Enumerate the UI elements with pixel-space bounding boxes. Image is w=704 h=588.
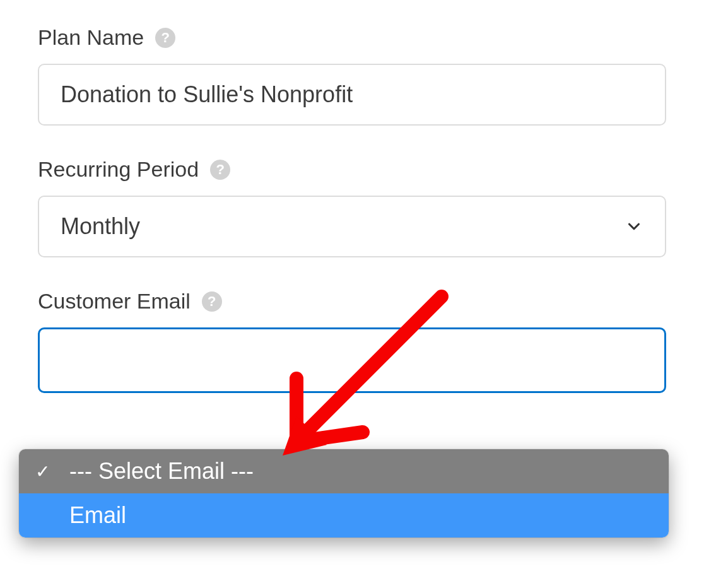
plan-name-input[interactable] xyxy=(38,64,666,126)
dropdown-option-label: Email xyxy=(69,502,126,529)
help-icon[interactable]: ? xyxy=(155,28,175,48)
customer-email-label: Customer Email xyxy=(38,289,191,314)
plan-name-label: Plan Name xyxy=(38,25,144,50)
customer-email-group: Customer Email ? xyxy=(38,289,666,393)
recurring-period-value: Monthly xyxy=(61,213,140,240)
plan-name-group: Plan Name ? xyxy=(38,25,666,126)
recurring-period-select[interactable]: Monthly xyxy=(38,196,666,257)
dropdown-option-select-email[interactable]: ✓ --- Select Email --- xyxy=(19,449,669,493)
customer-email-label-row: Customer Email ? xyxy=(38,289,666,314)
dropdown-option-label: --- Select Email --- xyxy=(69,458,254,485)
plan-name-label-row: Plan Name ? xyxy=(38,25,666,50)
customer-email-select[interactable] xyxy=(38,327,666,393)
customer-email-dropdown: ✓ --- Select Email --- Email xyxy=(19,449,669,538)
recurring-period-label: Recurring Period xyxy=(38,157,199,182)
recurring-period-label-row: Recurring Period ? xyxy=(38,157,666,182)
chevron-down-icon xyxy=(625,217,643,236)
help-icon[interactable]: ? xyxy=(202,291,222,312)
recurring-period-group: Recurring Period ? Monthly xyxy=(38,157,666,257)
help-icon[interactable]: ? xyxy=(210,160,230,180)
check-icon: ✓ xyxy=(35,461,50,482)
dropdown-option-email[interactable]: Email xyxy=(19,493,669,538)
